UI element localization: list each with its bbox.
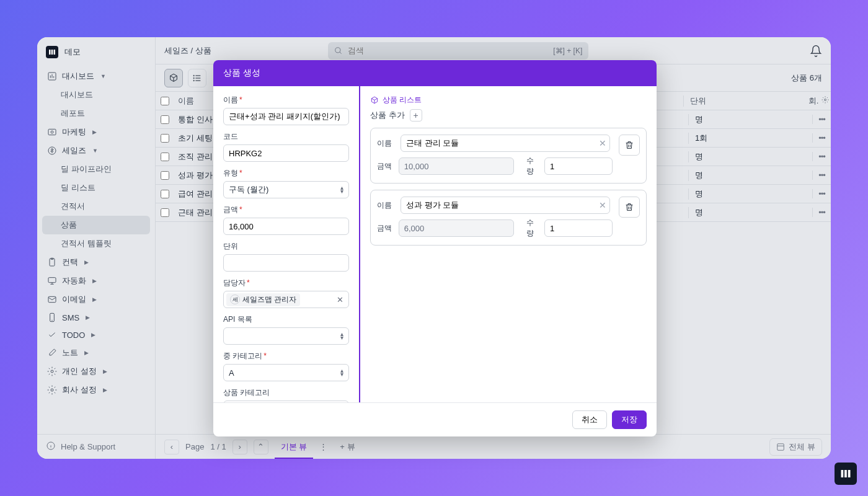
col-settings-icon[interactable]	[820, 96, 831, 105]
svg-point-18	[51, 370, 53, 373]
svg-line-24	[340, 51, 342, 53]
clear-owner-icon[interactable]: ✕	[334, 295, 346, 304]
save-button[interactable]: 저장	[612, 410, 647, 429]
page-value: 1 / 1	[210, 442, 226, 451]
search-input[interactable]: [⌘] + [K]	[328, 42, 588, 60]
chevron-icon: ▶	[86, 314, 90, 321]
field-unit-input[interactable]	[223, 254, 349, 272]
view-grid-button[interactable]	[164, 69, 183, 87]
sidebar-item-11[interactable]: 자동화▶	[42, 272, 150, 290]
sidebar-item-8[interactable]: 상품	[42, 216, 150, 234]
info-icon	[46, 441, 56, 453]
row-checkbox[interactable]	[161, 190, 169, 198]
phone-icon	[47, 312, 57, 322]
item-amount-input[interactable]	[399, 157, 514, 175]
search-shortcut: [⌘] + [K]	[553, 46, 582, 55]
sidebar-item-12[interactable]: 이메일▶	[42, 290, 150, 309]
sidebar-item-3[interactable]: 마케팅▶	[42, 123, 150, 141]
row-checkbox[interactable]	[161, 153, 169, 161]
field-midcat-select[interactable]: A▴▾	[223, 364, 349, 381]
item-name-input[interactable]	[401, 135, 610, 152]
row-actions-icon[interactable]: •••	[812, 189, 831, 198]
svg-rect-7	[48, 129, 56, 135]
page-next-button[interactable]: ›	[232, 440, 247, 454]
create-product-modal: 상품 생성 이름* 코드 유형* 구독 (월간)▴▾ 금액* 단위	[213, 60, 657, 436]
row-checkbox[interactable]	[161, 115, 169, 124]
notifications-icon[interactable]	[810, 45, 822, 57]
row-actions-icon[interactable]: •••	[812, 152, 831, 161]
field-api-label: API 목록	[223, 314, 349, 325]
sidebar-item-9[interactable]: 견적서 템플릿	[42, 234, 150, 253]
check-icon	[47, 330, 57, 340]
svg-rect-38	[848, 470, 851, 477]
field-code-input[interactable]	[223, 144, 349, 162]
item-qty-input[interactable]	[544, 219, 613, 237]
svg-rect-12	[48, 278, 56, 283]
svg-rect-0	[49, 50, 51, 55]
page-up-button[interactable]: ⌃	[254, 440, 268, 454]
tab-default-view[interactable]: 기본 뷰	[275, 436, 314, 459]
row-actions-icon[interactable]: •••	[812, 115, 831, 124]
row-actions-icon[interactable]: •••	[812, 133, 831, 143]
sidebar-item-2[interactable]: 레포트	[42, 104, 150, 123]
brand-logo-icon	[46, 46, 58, 58]
select-all-checkbox[interactable]	[161, 97, 169, 105]
sidebar-item-13[interactable]: SMS▶	[42, 309, 150, 326]
row-checkbox[interactable]	[161, 134, 169, 143]
sidebar-item-4[interactable]: 세일즈▼	[42, 141, 150, 160]
mail-icon	[47, 294, 57, 304]
field-type-select[interactable]: 구독 (월간)▴▾	[223, 181, 349, 198]
tab-menu-icon[interactable]: ⋮	[319, 442, 327, 451]
layout-icon	[776, 443, 785, 451]
svg-rect-33	[777, 443, 784, 450]
dollar-icon	[47, 146, 57, 156]
svg-rect-15	[48, 296, 56, 302]
gear-icon	[47, 366, 57, 376]
clear-item-icon[interactable]: ✕	[599, 138, 606, 148]
field-owner-label: 담당자*	[223, 278, 349, 288]
delete-item-button[interactable]	[619, 135, 640, 156]
view-list-button[interactable]	[188, 69, 206, 87]
sidebar-item-6[interactable]: 딜 리스트	[42, 179, 150, 197]
field-midcat-label: 중 카테고리*	[223, 351, 349, 361]
row-actions-icon[interactable]: •••	[812, 208, 831, 217]
row-checkbox[interactable]	[161, 171, 169, 180]
cancel-button[interactable]: 취소	[572, 410, 607, 429]
svg-point-31	[193, 80, 194, 81]
chevron-icon: ▶	[84, 350, 89, 356]
clear-item-icon[interactable]: ✕	[599, 200, 606, 210]
sidebar-item-5[interactable]: 딜 파이프라인	[42, 160, 150, 179]
field-api-select[interactable]: ▴▾	[223, 327, 349, 345]
chevron-icon: ▼	[92, 148, 98, 154]
sidebar-item-17[interactable]: 회사 설정▶	[42, 381, 150, 399]
clipboard-icon	[47, 257, 57, 267]
sidebar-item-1[interactable]: 대시보드	[42, 86, 150, 104]
help-support[interactable]: Help & Support	[37, 434, 155, 459]
page-prev-button[interactable]: ‹	[164, 440, 179, 454]
item-name-input[interactable]	[401, 197, 610, 214]
breadcrumb: 세일즈 / 상품	[164, 45, 211, 56]
row-checkbox[interactable]	[161, 208, 169, 217]
chevron-icon: ▼	[100, 73, 106, 79]
add-product-button[interactable]: +	[410, 109, 422, 122]
field-owner-input[interactable]: 세세일즈맵 관리자 ✕	[223, 291, 349, 308]
view-all-button[interactable]: 전체 뷰	[769, 438, 822, 456]
item-qty-input[interactable]	[544, 157, 613, 175]
sidebar-item-14[interactable]: TODO▶	[42, 326, 150, 343]
row-unit: 명	[688, 207, 812, 218]
row-actions-icon[interactable]: •••	[812, 170, 831, 180]
delete-item-button[interactable]	[619, 197, 640, 218]
field-amount-input[interactable]	[223, 218, 349, 235]
float-logo-icon[interactable]	[835, 463, 857, 485]
sidebar-item-16[interactable]: 개인 설정▶	[42, 362, 150, 381]
sidebar-item-7[interactable]: 견적서	[42, 197, 150, 216]
item-amount-input[interactable]	[399, 219, 514, 237]
svg-point-19	[51, 389, 53, 391]
search-icon	[334, 46, 343, 55]
tab-add-view[interactable]: + 뷰	[334, 436, 361, 458]
field-name-input[interactable]	[223, 108, 349, 125]
sidebar-item-10[interactable]: 컨택▶	[42, 253, 150, 272]
sidebar-item-0[interactable]: 대시보드▼	[42, 67, 150, 86]
target-icon	[47, 127, 57, 137]
sidebar-item-15[interactable]: 노트▶	[42, 343, 150, 362]
